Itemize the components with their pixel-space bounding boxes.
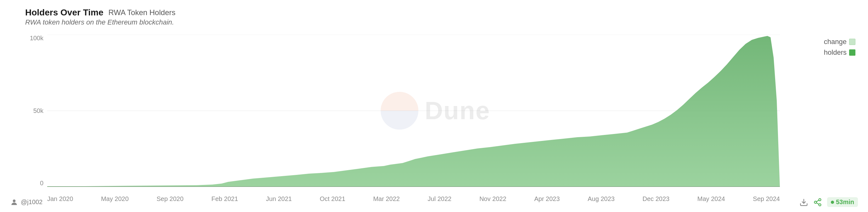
chart-subtitle: RWA Token Holders: [108, 8, 175, 17]
chart-area: 100k 50k 0: [25, 35, 780, 187]
legend-label-holders: holders: [824, 48, 846, 57]
svg-point-6: [819, 199, 821, 201]
y-label-100k: 100k: [30, 35, 43, 42]
legend-item-holders: holders: [824, 48, 856, 57]
share-icon[interactable]: [813, 198, 822, 207]
svg-point-7: [814, 201, 817, 203]
footer-right: 53min: [799, 197, 858, 207]
footer: @j1002 53min: [10, 197, 858, 207]
svg-line-10: [816, 200, 819, 202]
timer-value: 53min: [836, 199, 854, 206]
chart-title: Holders Over Time: [25, 7, 103, 17]
user-avatar-icon: [10, 198, 18, 206]
footer-user: @j1002: [10, 198, 42, 206]
title-area: Holders Over Time RWA Token Holders RWA …: [25, 7, 858, 27]
chart-description: RWA token holders on the Ethereum blockc…: [25, 18, 858, 27]
y-label-50k: 50k: [33, 107, 43, 114]
area-fill: [47, 36, 780, 187]
legend-swatch-holders: [849, 49, 856, 56]
y-axis: 100k 50k 0: [25, 35, 47, 187]
chart-container: Holders Over Time RWA Token Holders RWA …: [0, 0, 868, 212]
legend-label-change: change: [824, 38, 846, 46]
y-label-0: 0: [40, 180, 43, 187]
legend: change holders: [824, 38, 856, 57]
legend-item-change: change: [824, 38, 856, 46]
timer-dot: [831, 201, 834, 204]
chart-svg: [47, 35, 780, 187]
svg-point-4: [13, 200, 16, 202]
footer-username: @j1002: [21, 199, 42, 206]
svg-line-9: [816, 203, 819, 204]
svg-point-8: [819, 204, 821, 206]
legend-swatch-change: [849, 39, 856, 45]
download-icon[interactable]: [799, 198, 808, 207]
timer-badge: 53min: [827, 197, 858, 207]
